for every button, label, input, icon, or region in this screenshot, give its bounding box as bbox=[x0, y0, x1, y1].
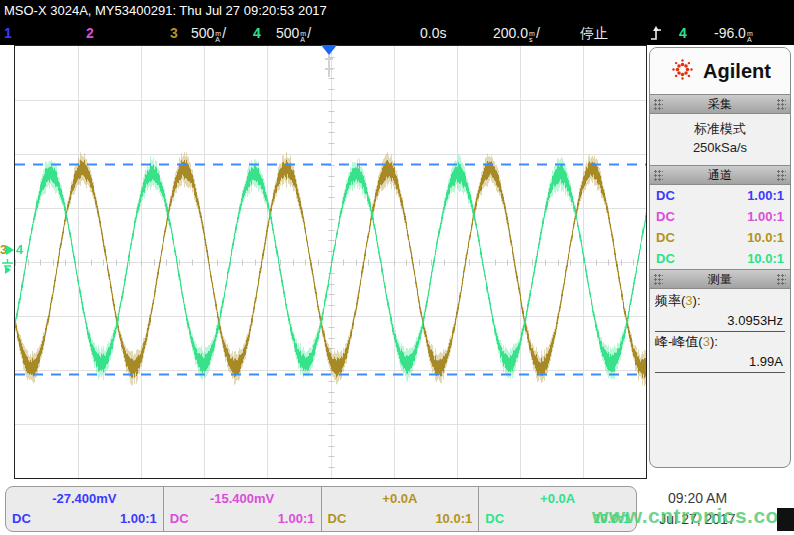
sidebar: Agilent 采集 标准模式 250kSa/s 通道 DC 1.00:1 DC… bbox=[649, 47, 791, 468]
title-bar: MSO-X 3024A, MY53400291: Thu Jul 27 09:2… bbox=[0, 0, 794, 21]
channel-4-indicator[interactable]: 4 bbox=[253, 21, 261, 45]
probe-ratio: 1.00:1 bbox=[747, 186, 784, 205]
channel-3-status-cell[interactable]: +0.0A DC10.0:1 bbox=[322, 487, 480, 531]
coupling-label: DC bbox=[656, 207, 675, 226]
channel-2-status-cell[interactable]: -15.400mV DC1.00:1 bbox=[164, 487, 322, 531]
probe-ratio: 1.00:1 bbox=[747, 207, 784, 226]
acquire-panel-header[interactable]: 采集 bbox=[650, 94, 790, 114]
channel-4-ground-arrow-icon bbox=[6, 245, 14, 255]
measurement-frequency-value: 3.0953Hz bbox=[655, 311, 785, 332]
coupling-label: DC bbox=[656, 228, 675, 247]
trigger-level[interactable]: -96.0mA bbox=[714, 21, 754, 45]
channel-4-settings-row[interactable]: DC 10.0:1 bbox=[650, 248, 790, 269]
channel-offset-value: +0.0A bbox=[328, 489, 473, 509]
coupling-label: DC bbox=[170, 509, 189, 529]
waveform-canvas bbox=[15, 46, 646, 478]
grip-icon bbox=[777, 274, 786, 285]
measurement-peak-to-peak-label: 峰-峰值(3): bbox=[655, 332, 785, 352]
channel-3-scale[interactable]: 500mA/ bbox=[191, 21, 226, 45]
channel-1-indicator[interactable]: 1 bbox=[4, 21, 12, 45]
trigger-edge-icon[interactable] bbox=[648, 25, 663, 49]
status-bar: 1 2 3 500mA/ 4 500mA/ 0.0s 200.0ms/ 停止 4… bbox=[0, 21, 794, 45]
channel-1-settings-row[interactable]: DC 1.00:1 bbox=[650, 185, 790, 206]
acquire-panel-body: 标准模式 250kSa/s bbox=[650, 114, 790, 165]
brand-name: Agilent bbox=[703, 60, 771, 83]
coupling-label: DC bbox=[12, 509, 31, 529]
waveform-display bbox=[14, 45, 647, 479]
measurement-frequency-label: 频率(3): bbox=[655, 291, 785, 311]
trigger-position-marker[interactable] bbox=[321, 45, 337, 55]
grip-icon bbox=[654, 99, 663, 110]
probe-ratio: 10.0:1 bbox=[747, 228, 784, 247]
coupling-label: DC bbox=[328, 509, 347, 529]
measure-panel-body: 频率(3): 3.0953Hz 峰-峰值(3): 1.99A bbox=[650, 289, 790, 373]
black-block bbox=[777, 508, 794, 531]
coupling-label: DC bbox=[656, 186, 675, 205]
horizontal-delay[interactable]: 0.0s bbox=[420, 21, 446, 45]
probe-ratio: 1.00:1 bbox=[278, 509, 315, 529]
coupling-label: DC bbox=[656, 249, 675, 268]
acquire-mode: 标准模式 bbox=[650, 119, 790, 138]
probe-ratio: 10.0:1 bbox=[747, 249, 784, 268]
agilent-logo-icon bbox=[669, 56, 696, 87]
sample-rate: 250kSa/s bbox=[650, 138, 790, 157]
grip-icon bbox=[777, 170, 786, 181]
channels-panel-header[interactable]: 通道 bbox=[650, 165, 790, 185]
run-state[interactable]: 停止 bbox=[580, 21, 608, 45]
grip-icon bbox=[654, 170, 663, 181]
trigger-source[interactable]: 4 bbox=[679, 21, 687, 45]
acquire-panel-title: 采集 bbox=[708, 96, 732, 113]
measurement-peak-to-peak-value: 1.99A bbox=[655, 352, 785, 373]
timebase-setting[interactable]: 200.0ms/ bbox=[493, 21, 540, 45]
probe-ratio: 10.0:1 bbox=[435, 509, 472, 529]
channel-4-level-arrow-icon bbox=[5, 266, 11, 274]
channels-panel-title: 通道 bbox=[708, 167, 732, 184]
channel-1-status-cell[interactable]: -27.400mV DC1.00:1 bbox=[6, 487, 164, 531]
channel-offset-value: -15.400mV bbox=[170, 489, 315, 509]
grip-icon bbox=[777, 99, 786, 110]
channel-offset-value: -27.400mV bbox=[12, 489, 157, 509]
probe-ratio: 1.00:1 bbox=[120, 509, 157, 529]
instrument-title: MSO-X 3024A, MY53400291: Thu Jul 27 09:2… bbox=[4, 3, 327, 18]
grip-icon bbox=[654, 274, 663, 285]
channel-2-indicator[interactable]: 2 bbox=[86, 21, 94, 45]
channel-3-settings-row[interactable]: DC 10.0:1 bbox=[650, 227, 790, 248]
channel-4-ground-marker[interactable]: 4 bbox=[16, 243, 23, 256]
brand-header: Agilent bbox=[650, 48, 790, 94]
measure-panel-header[interactable]: 测量 bbox=[650, 269, 790, 289]
watermark: www.cntronics.com bbox=[592, 504, 794, 528]
bottom-channel-bar: -27.400mV DC1.00:1 -15.400mV DC1.00:1 +0… bbox=[5, 486, 637, 532]
channel-2-settings-row[interactable]: DC 1.00:1 bbox=[650, 206, 790, 227]
channels-panel-body: DC 1.00:1 DC 1.00:1 DC 10.0:1 DC 10.0:1 bbox=[650, 185, 790, 269]
channel-3-indicator[interactable]: 3 bbox=[170, 21, 178, 45]
channel-4-scale[interactable]: 500mA/ bbox=[276, 21, 311, 45]
measure-panel-title: 测量 bbox=[708, 271, 732, 288]
trigger-position-stem bbox=[328, 55, 330, 77]
coupling-label: DC bbox=[485, 509, 504, 529]
